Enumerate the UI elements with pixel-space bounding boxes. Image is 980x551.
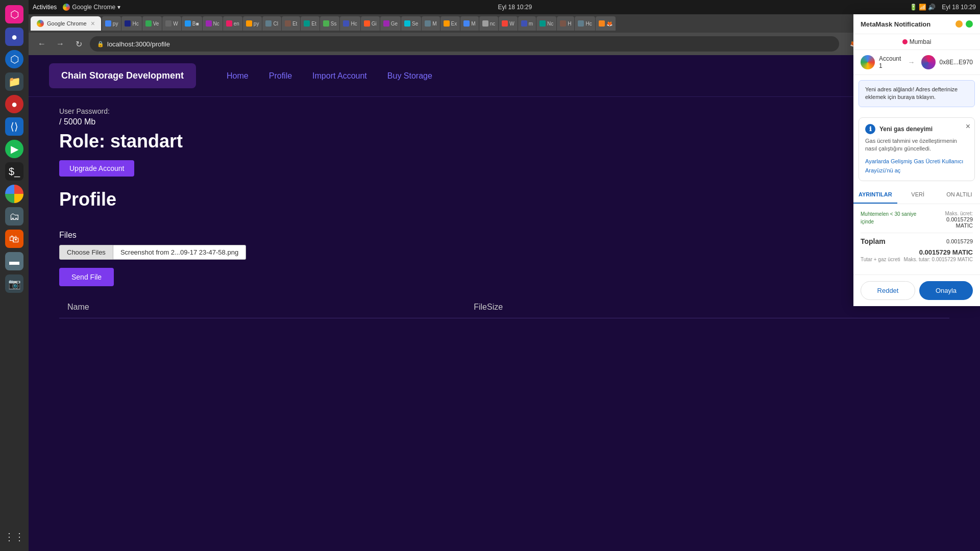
- mm-gas-link[interactable]: Ayarlarda Gelişmiş Gas Ücreti Kullanıcı …: [865, 158, 963, 173]
- mm-action-btns: Reddet Onayla: [853, 274, 980, 306]
- tab-mm[interactable]: 🦊: [596, 16, 616, 31]
- tab-hc3[interactable]: Hc: [575, 16, 595, 31]
- address-text: localhost:3000/profile: [107, 40, 170, 48]
- reload-btn[interactable]: ↻: [71, 37, 86, 51]
- sidebar-icon-app2[interactable]: ⬡: [5, 50, 23, 68]
- tab-m2[interactable]: M: [460, 16, 478, 31]
- mm-tab-veri[interactable]: VERİ: [897, 186, 939, 204]
- tab-et1[interactable]: Et: [282, 16, 300, 31]
- mm-reject-button[interactable]: Reddet: [861, 281, 915, 300]
- tab-nc1[interactable]: Nc: [203, 16, 223, 31]
- sidebar-icon-app4[interactable]: ●: [5, 95, 23, 113]
- tab-ve[interactable]: Ve: [142, 16, 162, 31]
- mm-network-dot: [902, 39, 908, 44]
- tab-nc2[interactable]: nc: [479, 16, 499, 31]
- tab-se[interactable]: Se: [401, 16, 421, 31]
- mm-total-label: Toplam: [861, 237, 886, 245]
- sidebar-icon-app1[interactable]: ●: [5, 28, 23, 46]
- browser-tabbar: Google Chrome × py Hc Ve W B■ Nc en py C…: [29, 14, 980, 33]
- topbar-time: Eyl 18 10:29: [942, 4, 976, 11]
- tab-py1[interactable]: py: [102, 16, 121, 31]
- app-logo-button[interactable]: Chain Storage Development: [49, 63, 196, 88]
- sidebar-icon-store[interactable]: 🛍: [5, 230, 23, 248]
- mm-sub-row: Tutar + gaz ücreti Maks. tutar: 0.001572…: [861, 257, 973, 262]
- nav-buy-storage[interactable]: Buy Storage: [387, 71, 432, 81]
- mm-address-avatar: [921, 55, 936, 69]
- sidebar-icon-camera[interactable]: 📷: [5, 274, 23, 293]
- tab-cl[interactable]: Cl: [262, 16, 281, 31]
- files-table: Name FileSize: [59, 296, 949, 318]
- tab-gi[interactable]: Gi: [361, 16, 380, 31]
- profile-title: Profile: [59, 189, 949, 210]
- address-bar[interactable]: 🔒 localhost:3000/profile: [90, 36, 839, 52]
- mm-total-matic: 0.0015729 MATIC: [919, 248, 973, 256]
- role-text: Role: standart: [59, 131, 949, 152]
- sidebar-icon-spotify[interactable]: ▶: [5, 140, 23, 158]
- mm-info-banner[interactable]: Yeni adres alğlandı! Adres defterinize e…: [859, 80, 975, 107]
- active-app-name[interactable]: Google Chrome ▾: [63, 4, 120, 11]
- tab-py2[interactable]: py: [243, 16, 262, 31]
- tab-m1[interactable]: M: [422, 16, 439, 31]
- nav-profile[interactable]: Profile: [269, 71, 292, 81]
- storage-info: / 5000 Mb: [59, 117, 949, 127]
- mm-network: Mumbai: [853, 34, 980, 50]
- mm-gas-title: Yeni gas deneyimi: [879, 126, 933, 133]
- tab-w2[interactable]: W: [499, 16, 517, 31]
- tab-ex[interactable]: Ex: [440, 16, 460, 31]
- sidebar-icon-vscode[interactable]: ⟨⟩: [5, 117, 23, 136]
- tab-h[interactable]: H: [557, 16, 574, 31]
- mm-arrow-icon: →: [908, 58, 915, 66]
- browser-addressbar: ← → ↻ 🔒 localhost:3000/profile 🦊 🔧 🌐 ⭐ ⚡…: [29, 33, 980, 55]
- os-topbar: Activities Google Chrome ▾ Eyl 18 10:29 …: [29, 0, 980, 14]
- upgrade-account-button[interactable]: Upgrade Account: [59, 160, 134, 177]
- tab-close-icon[interactable]: ×: [91, 19, 95, 28]
- profile-section: User Password: / 5000 Mb Role: standart …: [29, 97, 980, 231]
- tab-ge[interactable]: Ge: [380, 16, 401, 31]
- tab-ss[interactable]: Ss: [320, 16, 340, 31]
- mm-total-small: 0.0015729: [946, 238, 973, 244]
- mm-header: MetaMask Notification —: [853, 14, 980, 34]
- user-password-label: User Password:: [59, 107, 949, 115]
- mm-address: 0x8E...E970: [940, 59, 973, 66]
- mm-gas-max-value: Maks. ücret: 0.0015729 MATIC: [929, 210, 973, 229]
- choose-files-button[interactable]: Choose Files: [59, 245, 113, 260]
- mm-tab-ayrIntilar[interactable]: AYRINTILAR: [853, 186, 897, 204]
- tab-hc1[interactable]: Hc: [121, 16, 141, 31]
- tab-nc3[interactable]: Nc: [536, 16, 556, 31]
- mm-gas-close-btn[interactable]: ×: [966, 122, 970, 131]
- sidebar-icon-files[interactable]: 🗂: [5, 207, 23, 226]
- back-btn[interactable]: ←: [35, 37, 49, 51]
- tab-et2[interactable]: Et: [301, 16, 319, 31]
- sidebar-icon-storage[interactable]: ▬: [5, 252, 23, 270]
- mm-tab-on-alti[interactable]: ON ALTILI: [939, 186, 980, 204]
- forward-btn[interactable]: →: [53, 37, 67, 51]
- tab-m3[interactable]: m: [518, 16, 536, 31]
- topbar-icons: 🔋 📶 🔊: [910, 4, 936, 11]
- tab-hc2[interactable]: Hc: [340, 16, 360, 31]
- send-file-button[interactable]: Send File: [59, 268, 114, 286]
- mm-title: MetaMask Notification: [861, 20, 930, 28]
- tab-w1[interactable]: W: [162, 16, 181, 31]
- sidebar-icon-chrome[interactable]: [5, 185, 23, 203]
- nav-home[interactable]: Home: [227, 71, 249, 81]
- mm-gas-details: Muhtemelen < 30 saniye içinde Maks. ücre…: [853, 204, 980, 274]
- tab-b[interactable]: B■: [182, 16, 202, 31]
- mm-gas-desc: Gas ücreti tahmini ve özelleştirmenin na…: [865, 137, 968, 153]
- sidebar-icon-grid[interactable]: ⋮⋮: [5, 528, 23, 546]
- lock-icon: 🔒: [97, 41, 104, 47]
- metamask-panel: MetaMask Notification — Mumbai Account 1…: [853, 14, 980, 306]
- page-content: Chain Storage Development Home Profile I…: [29, 55, 980, 551]
- mm-maximize-btn[interactable]: [966, 20, 973, 28]
- sidebar-icon-activities[interactable]: ⬡: [5, 5, 23, 23]
- active-browser-tab[interactable]: Google Chrome ×: [31, 16, 101, 31]
- sidebar-icon-terminal[interactable]: $_: [5, 162, 23, 181]
- mm-gas-header: ℹ Yeni gas deneyimi: [865, 124, 968, 134]
- activities-btn[interactable]: Activities: [33, 4, 57, 11]
- mm-minimize-btn[interactable]: [955, 20, 963, 28]
- mm-confirm-button[interactable]: Onayla: [919, 281, 973, 300]
- browser-tabs: py Hc Ve W B■ Nc en py Cl Et Et Ss Hc Gi…: [102, 16, 963, 31]
- app-header: Chain Storage Development Home Profile I…: [29, 55, 980, 97]
- tab-en[interactable]: en: [223, 16, 242, 31]
- nav-import-account[interactable]: Import Account: [312, 71, 367, 81]
- sidebar-icon-app3[interactable]: 📁: [5, 72, 23, 91]
